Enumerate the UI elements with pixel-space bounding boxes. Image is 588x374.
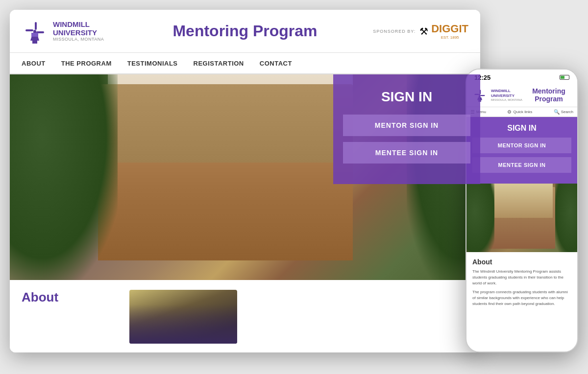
- mobile-mockup: 12:25 WINDMILL UNIVERSITY MISSOULA, MONT…: [466, 69, 578, 352]
- desktop-nav: ABOUT THE PROGRAM TESTIMONIALS REGISTART…: [10, 53, 480, 74]
- sign-in-overlay: SIGN IN MENTOR SIGN IN MENTEE SIGN IN: [333, 74, 480, 184]
- desktop-hero: SIGN IN MENTOR SIGN IN MENTEE SIGN IN: [10, 74, 480, 280]
- desktop-page-title: Mentoring Program: [120, 22, 370, 40]
- nav-contact[interactable]: CONTACT: [260, 54, 292, 73]
- mobile-logo-sub: MISSOULA, MONTANA: [491, 98, 522, 101]
- mobile-about-title: About: [472, 258, 571, 266]
- logo-subtitle: MISSOULA, MONTANA: [53, 37, 104, 42]
- sponsor-section: SPONSORED BY: ⚒ DIGGIT EST. 1895: [370, 23, 468, 40]
- battery-icon: [560, 75, 569, 80]
- desktop-header: WINDMILL UNIVERSITY MISSOULA, MONTANA Me…: [10, 10, 480, 53]
- svg-rect-9: [31, 33, 38, 37]
- mobile-status-bar: 12:25: [466, 70, 577, 83]
- search-label: Search: [561, 110, 573, 114]
- mobile-search-button[interactable]: 🔍 Search: [554, 109, 573, 115]
- mobile-battery-indicator: [560, 75, 569, 80]
- about-title: About: [22, 290, 120, 305]
- nav-testimonials[interactable]: TESTIMONIALS: [127, 54, 178, 73]
- mobile-mentor-sign-in-button[interactable]: MENTOR SIGN IN: [472, 138, 571, 153]
- logo-title: WINDMILL UNIVERSITY: [53, 21, 104, 37]
- mentor-sign-in-button[interactable]: MENTOR SIGN IN: [343, 115, 470, 136]
- nav-registartion[interactable]: REGISTARTION: [194, 54, 244, 73]
- battery-fill: [561, 76, 564, 79]
- mobile-about-text-2: The program connects graduating students…: [472, 289, 571, 307]
- diggit-name: DIGGIT: [431, 23, 468, 35]
- sign-in-title: SIGN IN: [343, 89, 470, 105]
- mobile-page-title: Mentoring Program: [526, 87, 571, 103]
- mobile-mentee-sign-in-button[interactable]: MENTEE SIGN IN: [472, 157, 571, 173]
- desktop-about-section: About: [10, 280, 480, 352]
- mobile-sign-in-title: SIGN IN: [472, 124, 571, 133]
- svg-point-6: [33, 30, 36, 33]
- mobile-quick-links-button[interactable]: ⚙ Quick links: [507, 109, 532, 115]
- mobile-logo-text-group: WINDMILL UNIVERSITY MISSOULA, MONTANA: [491, 89, 522, 101]
- mobile-hero-image: [466, 184, 577, 252]
- desktop-mockup: WINDMILL UNIVERSITY MISSOULA, MONTANA Me…: [10, 10, 480, 352]
- mobile-sky: [491, 184, 553, 218]
- mobile-toolbar: ☰ Menu ⚙ Quick links 🔍 Search: [466, 107, 577, 117]
- search-icon: 🔍: [554, 109, 560, 115]
- mobile-header: WINDMILL UNIVERSITY MISSOULA, MONTANA Me…: [466, 83, 577, 107]
- mobile-trees-left: [466, 184, 494, 252]
- svg-rect-2: [35, 22, 37, 30]
- building-top: [118, 84, 333, 163]
- tree-left: [10, 74, 118, 280]
- shovel-icon: ⚒: [419, 25, 428, 37]
- logo-section: WINDMILL UNIVERSITY MISSOULA, MONTANA: [22, 18, 120, 45]
- sponsor-label: SPONSORED BY:: [373, 29, 416, 34]
- mobile-about-text-1: The Windmill University Mentoring Progra…: [472, 269, 571, 286]
- svg-rect-5: [25, 29, 33, 31]
- graduation-photo: [129, 290, 237, 344]
- quick-links-label: Quick links: [513, 110, 532, 114]
- gear-icon: ⚙: [507, 109, 512, 115]
- grad-figures-overlay: [129, 304, 237, 344]
- diggit-est: EST. 1895: [431, 35, 468, 40]
- mobile-about-section: About The Windmill University Mentoring …: [466, 252, 577, 316]
- sponsor-logo: ⚒ DIGGIT EST. 1895: [419, 23, 468, 40]
- svg-rect-8: [32, 41, 37, 44]
- nav-about[interactable]: ABOUT: [22, 54, 46, 73]
- windmill-logo-icon: [22, 18, 48, 45]
- nav-the-program[interactable]: THE PROGRAM: [61, 54, 112, 73]
- logo-text: WINDMILL UNIVERSITY MISSOULA, MONTANA: [53, 21, 104, 42]
- mentee-sign-in-button[interactable]: MENTEE SIGN IN: [343, 142, 470, 164]
- mobile-logo-name: WINDMILL UNIVERSITY: [491, 89, 522, 98]
- mobile-sign-in-section: SIGN IN MENTOR SIGN IN MENTEE SIGN IN: [466, 117, 577, 184]
- diggit-brand: DIGGIT EST. 1895: [431, 23, 468, 40]
- mobile-trees-right: [555, 184, 577, 252]
- svg-rect-12: [481, 95, 485, 96]
